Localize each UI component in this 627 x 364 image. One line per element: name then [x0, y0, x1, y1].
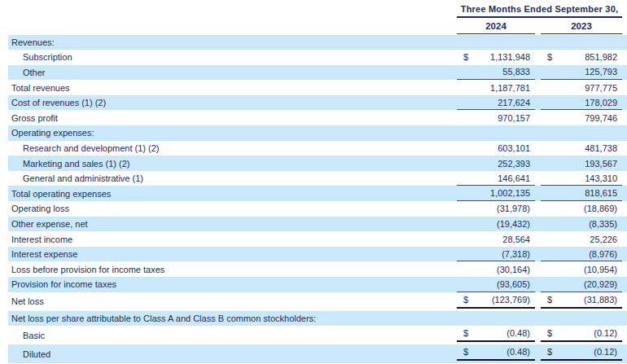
dollar-sign-2024: $: [463, 347, 468, 357]
table-row: Operating loss (31,978) (18,869): [8, 201, 627, 217]
column-header-2023: 2023: [541, 18, 622, 34]
table-row: Other 55,833 125,793: [8, 65, 627, 81]
value-2024: 55,833: [502, 67, 530, 77]
value-cell-2024: 55,833: [457, 65, 535, 81]
row-label: Revenues:: [8, 37, 457, 47]
value-cell-2024: 146,641: [457, 171, 535, 186]
table-row: Marketing and sales (1) (2) 252,393 193,…: [8, 156, 627, 171]
value-2024: (0.48): [506, 328, 530, 338]
row-label: Interest income: [8, 235, 457, 244]
row-label: Loss before provision for income taxes: [8, 265, 457, 274]
dollar-sign-2024: $: [463, 328, 468, 338]
value-2023: 799,746: [585, 113, 617, 123]
value-cell-2023: 818,615: [541, 186, 622, 201]
value-cell-2024: $ (0.48): [457, 326, 535, 342]
row-label: Net loss per share attributable to Class…: [8, 314, 457, 323]
value-2023: (18,869): [584, 204, 617, 213]
value-2023: 143,310: [585, 173, 617, 183]
value-2024: 970,157: [498, 113, 530, 123]
value-cell-2023: $ 851,982: [541, 50, 622, 65]
value-cell-2024: 217,624: [457, 95, 535, 111]
value-2024: (123,769): [492, 295, 530, 305]
value-2023: (0.12): [594, 347, 617, 357]
dollar-sign-2023: $: [547, 347, 552, 357]
value-cell-2023: [541, 125, 622, 141]
row-label: Other expense, net: [8, 219, 457, 229]
row-label: Provision for income taxes: [8, 279, 457, 289]
value-2024: 146,641: [498, 173, 530, 183]
value-2023: 481,738: [585, 143, 617, 153]
income-statement: Three Months Ended September 30, 2024 20…: [0, 0, 627, 364]
row-label: General and administrative (1): [8, 173, 457, 183]
value-cell-2024: (31,978): [457, 201, 535, 217]
table-body: Revenues: Subscription $ 1,131,948 $ 851…: [8, 35, 627, 364]
value-cell-2023: (18,869): [541, 201, 622, 217]
value-2023: 178,029: [585, 98, 617, 107]
value-cell-2024: (19,432): [457, 217, 535, 232]
value-2024: 1,131,948: [490, 52, 530, 62]
value-2024: (31,978): [497, 204, 530, 213]
value-cell-2023: $ (31,883): [541, 292, 622, 309]
value-2024: (93,605): [497, 279, 530, 289]
value-cell-2024: 603,101: [457, 141, 535, 156]
value-2024: 217,624: [498, 98, 530, 107]
value-cell-2024: $ (0.48): [457, 344, 535, 361]
table-row: Interest income 28,564 25,226: [8, 231, 627, 247]
value-cell-2023: $ (0.12): [541, 344, 622, 361]
table-row: Interest expense (7,318) (8,976): [8, 247, 627, 262]
value-2023: (10,954): [584, 265, 617, 274]
value-2024: (30,164): [497, 265, 530, 274]
table-row: Operating expenses:: [8, 125, 627, 141]
table-row: Net loss per share attributable to Class…: [8, 311, 627, 327]
value-2024: (19,432): [497, 219, 530, 229]
value-2024: (7,318): [502, 249, 530, 259]
value-2023: 851,982: [585, 52, 617, 62]
value-cell-2024: $ 1,131,948: [457, 50, 535, 65]
table-row: Loss before provision for income taxes (…: [8, 261, 627, 277]
table-row: Revenues:: [8, 35, 627, 50]
value-2024: 1,002,135: [490, 188, 530, 198]
table-row: Total revenues 1,187,781 977,775: [8, 80, 627, 95]
value-2023: (0.12): [594, 328, 617, 338]
table-row: Provision for income taxes (93,605) (20,…: [8, 277, 627, 292]
row-label: Operating loss: [8, 204, 457, 213]
row-label: Total revenues: [8, 83, 457, 93]
row-label: Total operating expenses: [8, 189, 457, 199]
value-cell-2024: [457, 125, 535, 141]
value-2024: 28,564: [502, 235, 530, 244]
table-row: Total operating expenses 1,002,135 818,6…: [8, 186, 627, 201]
row-label: Research and development (1) (2): [8, 143, 457, 153]
table-header: Three Months Ended September 30, 2024 20…: [457, 0, 622, 34]
row-label: Interest expense: [8, 249, 457, 259]
value-2023: (8,335): [589, 219, 617, 229]
table-row: Research and development (1) (2) 603,101…: [8, 141, 627, 156]
value-2023: (31,883): [584, 295, 617, 305]
value-2024: (0.48): [506, 347, 530, 357]
value-cell-2024: 28,564: [457, 231, 535, 247]
table-row: Diluted $ (0.48) $ (0.12): [8, 344, 627, 363]
value-cell-2023: 799,746: [541, 110, 622, 125]
value-cell-2024: [457, 35, 535, 50]
value-cell-2024: $ (123,769): [457, 292, 535, 309]
value-cell-2023: (10,954): [541, 261, 622, 277]
value-cell-2023: 178,029: [541, 95, 622, 111]
column-header-2024: 2024: [457, 18, 535, 34]
value-2024: 1,187,781: [490, 83, 530, 93]
dollar-sign-2023: $: [547, 328, 552, 338]
value-2023: 25,226: [590, 235, 617, 244]
value-2024: 603,101: [498, 143, 530, 153]
value-cell-2023: 125,793: [541, 65, 622, 81]
row-label: Gross profit: [8, 113, 457, 123]
value-2023: 193,567: [585, 159, 617, 169]
value-cell-2023: 977,775: [541, 80, 622, 95]
row-label: Operating expenses:: [8, 128, 457, 138]
table-row: Cost of revenues (1) (2) 217,624 178,029: [8, 95, 627, 111]
table-row: General and administrative (1) 146,641 1…: [8, 171, 627, 186]
value-2024: 252,393: [498, 159, 530, 169]
value-2023: (8,976): [589, 249, 617, 259]
value-cell-2024: 1,002,135: [457, 186, 535, 201]
row-label: Subscription: [8, 52, 457, 62]
value-cell-2024: [457, 311, 535, 327]
value-cell-2023: (20,929): [541, 277, 622, 292]
dollar-sign-2023: $: [547, 295, 552, 305]
